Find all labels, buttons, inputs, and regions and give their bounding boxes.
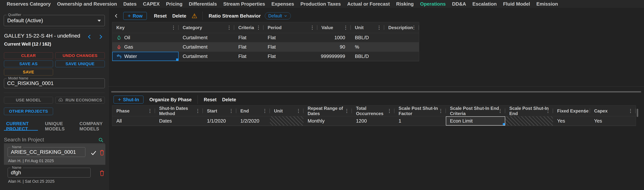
column-menu-icon[interactable]: ⋮ bbox=[296, 108, 301, 114]
model-item-name-input[interactable] bbox=[8, 148, 85, 157]
tab-stream-properties[interactable]: Stream Properties bbox=[223, 1, 265, 7]
cell-value[interactable]: 999999999 bbox=[317, 52, 351, 61]
cell-period[interactable]: Flat bbox=[264, 42, 317, 52]
cell-description[interactable] bbox=[384, 52, 419, 61]
confirm-check-icon[interactable] bbox=[90, 150, 97, 156]
column-menu-icon[interactable]: ⋮ bbox=[582, 108, 588, 114]
column-menu-icon[interactable]: ⋮ bbox=[262, 108, 267, 114]
cell-category[interactable]: Curtailment bbox=[178, 33, 234, 42]
cell-phase[interactable]: All bbox=[112, 116, 155, 126]
save-unique-button[interactable]: SAVE UNIQUE bbox=[55, 60, 105, 67]
column-menu-icon[interactable]: ⋮ bbox=[438, 108, 443, 114]
cell-total-occurrences[interactable]: 1200 bbox=[352, 116, 394, 126]
cell-key-water-selected[interactable]: Water bbox=[112, 52, 178, 61]
model-list-item[interactable]: Name Alan H. | Fri Aug 01 2025 bbox=[4, 144, 105, 165]
cell-criteria[interactable]: Flat bbox=[234, 52, 264, 61]
reset-button[interactable]: Reset bbox=[154, 13, 166, 19]
cell-period[interactable]: Flat bbox=[264, 52, 317, 61]
tab-differentials[interactable]: Differentials bbox=[189, 1, 217, 7]
search-icon[interactable] bbox=[98, 137, 104, 143]
next-well-icon[interactable] bbox=[98, 34, 104, 40]
cell-value[interactable]: 90 bbox=[317, 42, 351, 52]
clear-button[interactable]: CLEAR bbox=[4, 52, 53, 59]
search-input[interactable] bbox=[4, 136, 105, 144]
tab-actual-or-forecast[interactable]: Actual or Forecast bbox=[347, 1, 390, 7]
column-header-key[interactable]: Key⋮ bbox=[112, 22, 178, 33]
cell-description[interactable] bbox=[384, 33, 419, 42]
tab-ownership-and-reversion[interactable]: Ownership and Reversion bbox=[57, 1, 117, 7]
model-name-input[interactable] bbox=[4, 79, 104, 88]
column-menu-icon[interactable]: ⋮ bbox=[344, 108, 349, 114]
tab-expenses[interactable]: Expenses bbox=[272, 1, 294, 7]
column-header-end[interactable]: End⋮ bbox=[236, 106, 270, 116]
delete-trash-icon[interactable] bbox=[99, 149, 105, 156]
column-menu-icon[interactable]: ⋮ bbox=[195, 108, 200, 114]
column-header-fixed-expense[interactable]: Fixed Expense⋮ bbox=[553, 106, 590, 116]
model-item-name-field[interactable]: Name bbox=[8, 168, 90, 178]
tab-company-models[interactable]: COMPANY MODELS bbox=[80, 121, 108, 132]
cell-category[interactable]: Curtailment bbox=[178, 42, 234, 52]
tab-fluid-model[interactable]: Fluid Model bbox=[503, 1, 530, 7]
tab-production-taxes[interactable]: Production Taxes bbox=[300, 1, 341, 7]
column-header-category[interactable]: Category⋮ bbox=[178, 22, 234, 33]
cell-fixed-expense[interactable]: Yes bbox=[553, 116, 590, 126]
cell-unit[interactable]: % bbox=[351, 42, 384, 52]
run-economics-button[interactable]: $ RUN ECONOMICS bbox=[55, 97, 105, 104]
cell-scale-post-shutin-factor[interactable]: 1 bbox=[394, 116, 446, 126]
tab-reserves-category[interactable]: Reserves Category bbox=[7, 1, 51, 7]
tab-risking[interactable]: Risking bbox=[396, 1, 414, 7]
column-menu-icon[interactable]: ⋮ bbox=[256, 25, 261, 30]
cell-start[interactable]: 1/1/2020 bbox=[203, 116, 236, 126]
cell-repeat-range[interactable]: Monthly bbox=[304, 116, 352, 126]
reset-button[interactable]: Reset bbox=[204, 97, 216, 102]
column-header-repeat-range[interactable]: Repeat Range of Dates⋮ bbox=[304, 106, 352, 116]
other-projects-button[interactable]: OTHER PROJECTS bbox=[4, 108, 53, 115]
add-row-button[interactable]: + Row bbox=[123, 12, 147, 20]
column-menu-icon[interactable]: ⋮ bbox=[546, 108, 550, 114]
add-shutin-button[interactable]: + Shut-In bbox=[114, 96, 144, 104]
column-header-value[interactable]: Value⋮ bbox=[317, 22, 351, 33]
column-header-scale-post-shutin-end[interactable]: Scale Post Shut-In End⋮ bbox=[505, 106, 553, 116]
column-header-scale-post-shutin-factor[interactable]: Scale Post Shut-In Factor⋮ bbox=[394, 106, 446, 116]
undo-changes-button[interactable]: UNDO CHANGES bbox=[55, 52, 105, 59]
cell-capex[interactable]: Yes bbox=[590, 116, 636, 126]
model-item-name-input[interactable] bbox=[8, 168, 90, 177]
cell-value[interactable]: 1000 bbox=[317, 33, 351, 42]
cell-unit[interactable]: BBL/D bbox=[351, 52, 384, 61]
cell-category[interactable]: Curtailment bbox=[178, 52, 234, 61]
cell-shutin-dates-method[interactable]: Dates bbox=[155, 116, 203, 126]
column-menu-icon[interactable]: ⋮ bbox=[377, 25, 382, 30]
column-header-unit[interactable]: Unit⋮ bbox=[270, 106, 304, 116]
delete-button[interactable]: Delete bbox=[222, 97, 236, 102]
save-button[interactable]: SAVE bbox=[4, 69, 53, 76]
column-menu-icon[interactable]: ⋮ bbox=[628, 108, 633, 114]
tab-operations[interactable]: Operations bbox=[420, 1, 446, 7]
model-name-field[interactable]: Model Name bbox=[4, 78, 105, 88]
column-menu-icon[interactable]: ⋮ bbox=[310, 25, 315, 30]
column-header-scale-post-shutin-end-criteria[interactable]: Scale Post Shut-In End Criteria⋮ bbox=[446, 106, 505, 116]
cell-end[interactable]: 1/2/2020 bbox=[236, 116, 270, 126]
tab-unique-models[interactable]: UNIQUE MODELS bbox=[45, 121, 70, 132]
collapse-sidebar-icon[interactable] bbox=[114, 13, 119, 19]
column-header-criteria[interactable]: Criteria⋮ bbox=[234, 22, 264, 33]
use-model-button[interactable]: USE MODEL bbox=[4, 97, 53, 104]
column-header-shutin-dates-method[interactable]: Shut-In Dates Method⋮ bbox=[155, 106, 203, 116]
previous-well-icon[interactable] bbox=[86, 34, 93, 40]
delete-trash-icon[interactable] bbox=[99, 170, 105, 177]
column-header-phase[interactable]: Phase⋮ bbox=[112, 106, 155, 116]
cell-unit[interactable]: BBL/D bbox=[351, 33, 384, 42]
qualifier-select[interactable]: Qualifier Default (Active) bbox=[4, 15, 105, 26]
column-menu-icon[interactable]: ⋮ bbox=[171, 25, 176, 30]
horizontal-scrollbar[interactable] bbox=[111, 91, 641, 92]
cell-criteria[interactable]: Flat bbox=[234, 42, 264, 52]
delete-button[interactable]: Delete bbox=[172, 13, 186, 19]
cell-key-oil[interactable]: Oil bbox=[112, 33, 178, 42]
column-header-total-occurrences[interactable]: Total Occurrences⋮ bbox=[352, 106, 394, 116]
save-as-button[interactable]: SAVE AS bbox=[4, 60, 53, 67]
cell-criteria[interactable]: Flat bbox=[234, 33, 264, 42]
tab-escalation[interactable]: Escalation bbox=[472, 1, 497, 7]
column-header-description[interactable]: Description⋮ bbox=[384, 22, 419, 33]
tab-pricing[interactable]: Pricing bbox=[166, 1, 182, 7]
cell-scale-post-shutin-end-criteria-selected[interactable]: Econ Limit bbox=[446, 116, 505, 126]
ratio-default-select[interactable]: Default bbox=[265, 12, 291, 20]
